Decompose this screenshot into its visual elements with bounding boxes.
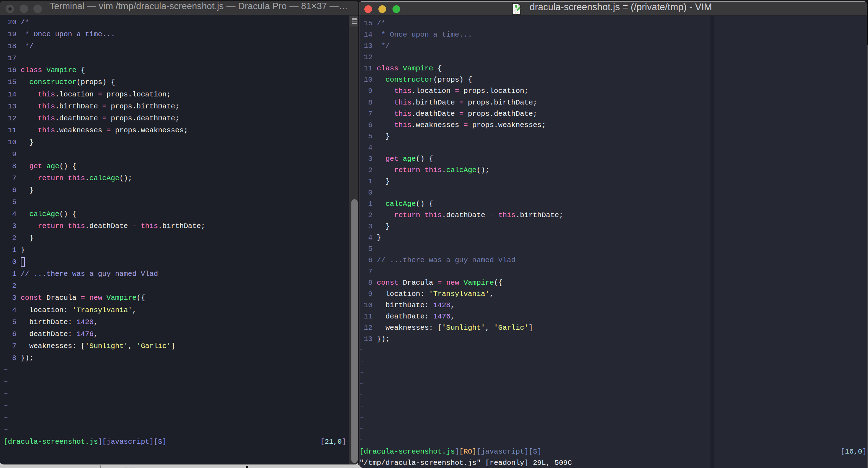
svg-text:JS: JS — [515, 10, 518, 14]
